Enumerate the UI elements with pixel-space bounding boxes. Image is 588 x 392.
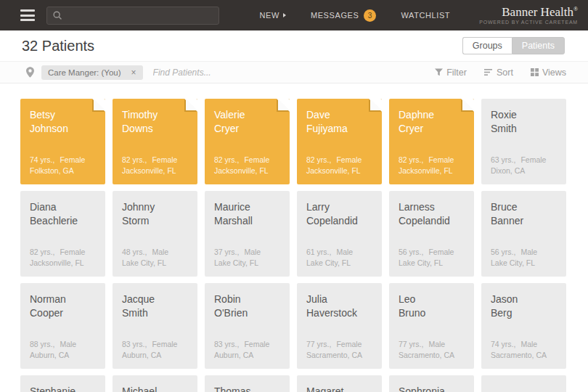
nav-new[interactable]: NEW [259,11,285,20]
pin-icon [26,67,34,78]
header-nav: NEW MESSAGES 3 WATCHLIST Banner Health® … [259,6,578,25]
patient-card[interactable]: MauriceMarshall 37 yrs.,Male Lake City, … [205,191,290,277]
close-icon[interactable]: × [131,68,136,78]
patient-details: 63 yrs.,Female Dixon, CA [491,155,562,176]
patient-gender: Male [428,340,445,348]
patient-gender: Male [152,248,168,256]
brand-logo: Banner Health® POWERED BY ACTIVE CARETEA… [479,6,578,25]
patient-card[interactable]: JacqueSmith 83 yrs.,Female Auburn, CA [113,283,197,369]
patient-age: 82 yrs., [399,155,423,164]
patient-location: Lake City, FL [399,258,470,269]
patient-gender: Male [244,248,261,256]
views-button[interactable]: Views [531,68,566,78]
patient-details: 88 yrs.,Male Auburn, CA [30,339,101,361]
patient-gender: Female [428,155,454,164]
patient-details: 74 yrs.,Female Folkston, GA [30,155,101,176]
header-search[interactable] [46,7,219,25]
patient-details: 37 yrs.,Male Lake City, FL [214,247,285,269]
view-toggle: Groups Patients [462,37,565,54]
find-patients-input[interactable] [153,68,313,78]
patient-card[interactable]: JuliaHaverstock 77 yrs.,Female Sacrament… [297,283,382,369]
patient-card[interactable]: JasonBerg 74 yrs.,Male Sacramento, CA [481,283,566,369]
patient-name: Stephanie [20,375,105,392]
header-search-input[interactable] [67,10,213,20]
patient-card[interactable]: BetsyJohnson 74 yrs.,Female Folkston, GA [20,99,105,184]
patient-age: 88 yrs., [30,340,54,348]
patient-card[interactable]: Magaret [297,375,382,392]
patient-name: Michael [113,375,197,392]
groups-button[interactable]: Groups [462,37,512,54]
patient-name: Sophronia [389,375,474,392]
patient-location: Sacramento, CA [399,350,470,361]
patient-card[interactable]: ValerieCryer 82 yrs.,Female Jacksonville… [205,99,290,184]
nav-watchlist[interactable]: WATCHLIST [401,11,450,20]
patient-gender: Male [60,340,76,348]
patient-details: 56 yrs.,Male Lake City, FL [491,247,562,269]
patient-name: LarryCopelandid [297,191,382,228]
patient-location: Lake City, FL [491,258,562,269]
patient-card[interactable]: Sophronia [389,375,474,392]
search-icon [52,10,62,20]
patient-age: 82 yrs., [306,155,331,164]
patient-card[interactable]: Michael [113,375,197,392]
patient-card[interactable]: DaphneCryer 82 yrs.,Female Jacksonville,… [389,99,474,184]
patient-name: LeoBruno [389,283,474,320]
patient-card[interactable]: Stephanie [20,375,105,392]
patient-age: 82 yrs., [122,155,147,164]
patient-details: 82 yrs.,Female Jacksonville, FL [399,155,470,176]
patient-location: Lake City, FL [122,258,193,269]
patient-name: NormanCooper [20,283,105,320]
patient-location: Jacksonville, FL [214,166,285,176]
patient-details: 82 yrs.,Female Jacksonville, FL [30,247,101,269]
patient-age: 56 yrs., [491,248,515,256]
page-title: 32 Patients [22,38,94,54]
patient-gender: Male [336,248,353,256]
patient-card[interactable]: LeoBruno 77 yrs.,Male Sacramento, CA [389,283,474,369]
patient-name: JasonBerg [481,283,566,320]
care-manager-filter-chip[interactable]: Care Manger: (You) × [41,65,143,80]
patient-gender: Female [60,155,85,164]
nav-messages[interactable]: MESSAGES 3 [311,9,377,22]
patient-card[interactable]: LarnessCopelandid 56 yrs.,Female Lake Ci… [389,191,474,277]
patients-button[interactable]: Patients [512,37,565,54]
patient-card[interactable]: RobinO'Brien 83 yrs.,Female Auburn, CA [205,283,290,369]
patient-card[interactable]: DianaBeachlerie 82 yrs.,Female Jacksonvi… [20,191,105,277]
filter-button[interactable]: Filter [435,68,467,78]
patient-card[interactable]: Thomas [205,375,290,392]
patient-age: 74 yrs., [491,340,515,348]
patient-card[interactable]: TimothyDowns 82 yrs.,Female Jacksonville… [113,99,197,184]
patient-age: 74 yrs., [30,155,54,164]
patient-location: Dixon, CA [491,166,562,176]
patient-age: 77 yrs., [306,340,331,348]
messages-badge: 3 [364,9,376,22]
patient-card[interactable]: BruceBanner 56 yrs.,Male Lake City, FL [481,191,566,277]
patient-location: Jacksonville, FL [399,166,470,176]
patient-name: BruceBanner [481,191,566,228]
patient-age: 61 yrs., [306,248,331,256]
patient-details: 61 yrs.,Male Lake City, FL [306,247,377,269]
patient-card[interactable]: JohnnyStorm 48 yrs.,Male Lake City, FL [113,191,197,277]
patient-location: Auburn, CA [122,350,193,361]
patient-gender: Female [60,248,85,256]
patient-card[interactable]: LarryCopelandid 61 yrs.,Male Lake City, … [297,191,382,277]
patient-details: 56 yrs.,Female Lake City, FL [399,247,470,269]
patient-card[interactable]: RoxieSmith 63 yrs.,Female Dixon, CA [481,99,566,184]
patient-details: 74 yrs.,Male Sacramento, CA [491,339,562,361]
patient-card[interactable] [481,375,566,392]
patient-gender: Female [520,155,546,164]
patient-name: Thomas [205,375,290,392]
caret-right-icon [283,13,286,17]
patient-card[interactable]: DaveFujiyama 82 yrs.,Female Jacksonville… [297,99,382,184]
patient-location: Lake City, FL [306,258,377,269]
patient-name: Magaret [297,375,382,392]
filter-controls: Filter Sort Views [417,68,566,78]
patient-age: 48 yrs., [122,248,147,256]
patient-card[interactable]: NormanCooper 88 yrs.,Male Auburn, CA [20,283,105,369]
patient-name: JohnnyStorm [113,191,197,228]
patient-details: 82 yrs.,Female Jacksonville, FL [122,155,193,176]
patient-location: Folkston, GA [30,166,101,176]
patient-details: 77 yrs.,Male Sacramento, CA [399,339,470,361]
sort-button[interactable]: Sort [484,68,513,78]
hamburger-icon[interactable] [20,9,35,21]
funnel-icon [435,68,443,76]
